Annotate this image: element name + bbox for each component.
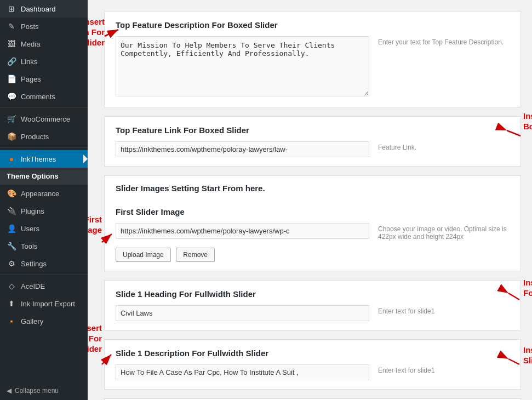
sidebar-item-gallery[interactable]: ▪ Gallery [0, 312, 88, 330]
upload-image-button[interactable]: Upload Image [116, 248, 171, 262]
svg-line-1 [105, 30, 118, 36]
section4-hint: Enter text for slide1 [378, 305, 510, 315]
sidebar-item-pages[interactable]: 📄 Pages [0, 70, 88, 88]
callout-insert-link-slider: Insert Link ForSlider [523, 345, 532, 366]
sidebar-item-appearance[interactable]: 🎨 Appearance [0, 185, 88, 202]
section3-left: Upload Image Remove [116, 223, 369, 262]
section3-buttons: Upload Image Remove [116, 248, 369, 262]
inkthemes-icon: ● [7, 155, 16, 163]
callout-insert-heading: Insert HeadingFor Slider [523, 278, 532, 299]
top-feature-desc-textarea[interactable]: Our Mission To Help Members To Serve The… [116, 36, 369, 96]
pages-icon: 📄 [7, 75, 16, 83]
section3-row: Upload Image Remove Choose your image or… [116, 223, 510, 262]
sidebar-item-tools[interactable]: 🔧 Tools [0, 237, 88, 255]
top-feature-link-input[interactable] [116, 141, 369, 157]
sidebar-item-users[interactable]: 👤 Users [0, 220, 88, 237]
section5-hint: Enter text for slide1 [378, 364, 510, 374]
arrow-insert-heading [515, 283, 532, 311]
section5-title: Slide 1 Description For Fullwidth Slider [116, 348, 510, 358]
sidebar: ⊞ Dashboard ✎ Posts 🖼 Media 🔗 Links 📄 Pa… [0, 0, 88, 400]
comments-icon: 💬 [7, 92, 16, 101]
section4-title: Slide 1 Heading For Fullwidth Slider [116, 289, 510, 299]
arrow-insert-link-slider [515, 351, 532, 378]
section2-hint: Feature Link. [378, 141, 510, 151]
sidebar-item-ink-import-export[interactable]: ⬆ Ink Import Export [0, 295, 88, 312]
arrow-upload-first-slider [88, 215, 110, 253]
settings-icon: ⚙ [7, 259, 16, 268]
section-slide1-heading: Slide 1 Heading For Fullwidth Slider Ent… [104, 280, 521, 330]
ink-import-export-icon: ⬆ [7, 299, 16, 308]
collapse-icon: ◀ [7, 387, 12, 395]
posts-icon: ✎ [7, 22, 16, 31]
appearance-icon: 🎨 [7, 189, 16, 198]
sidebar-item-inkthemes[interactable]: ● InkThemes [0, 150, 88, 168]
section2-left [116, 141, 369, 157]
woocommerce-icon: 🛒 [7, 115, 16, 123]
theme-options-label: Theme Options [0, 168, 88, 185]
links-icon: 🔗 [7, 57, 16, 66]
section3-hint: Choose your image or video. Optimal size… [378, 223, 510, 241]
callout-upload-first-slider: Upload FirstSlider Image [88, 215, 102, 236]
sidebar-item-settings[interactable]: ⚙ Settings [0, 255, 88, 272]
slide1-description-input[interactable] [116, 364, 369, 380]
sidebar-divider3 [0, 275, 88, 275]
sidebar-item-products[interactable]: 📦 Products [0, 128, 88, 145]
main-content: Top Feature Description For Boxed Slider… [88, 0, 532, 400]
section-top-feature-link: Top Feature Link For Boxed Slider Featur… [104, 116, 521, 167]
sidebar-item-dashboard[interactable]: ⊞ Dashboard [0, 0, 88, 18]
arrow-insert-description-slider [88, 337, 110, 375]
sidebar-divider1 [0, 107, 88, 108]
section1-title: Top Feature Description For Boxed Slider [116, 20, 510, 30]
section5-left [116, 364, 369, 380]
svg-line-9 [102, 355, 111, 364]
plugins-icon: 🔌 [7, 207, 16, 215]
sidebar-item-links[interactable]: 🔗 Links [0, 53, 88, 70]
arrow-insert-description [88, 14, 116, 58]
tools-icon: 🔧 [7, 242, 16, 250]
section-slide1-description: Slide 1 Description For Fullwidth Slider… [104, 339, 521, 390]
svg-line-11 [508, 359, 519, 364]
gallery-icon: ▪ [7, 317, 16, 325]
first-slider-image-input[interactable] [116, 223, 369, 239]
slide1-heading-input[interactable] [116, 305, 369, 321]
section1-left: Our Mission To Help Members To Serve The… [116, 36, 369, 98]
svg-line-7 [508, 293, 519, 300]
sidebar-item-comments[interactable]: 💬 Comments [0, 88, 88, 105]
arrow-insert-link [515, 119, 532, 147]
media-icon: 🖼 [7, 39, 16, 48]
section2-row: Feature Link. [116, 141, 510, 157]
sidebar-item-woocommerce[interactable]: 🛒 WooCommerce [0, 110, 88, 128]
sidebar-item-plugins[interactable]: 🔌 Plugins [0, 202, 88, 220]
content-wrapper: Top Feature Description For Boxed Slider… [104, 11, 521, 400]
aceide-icon: ◇ [7, 282, 16, 290]
products-icon: 📦 [7, 132, 16, 141]
collapse-menu-button[interactable]: ◀ Collapse menu [0, 381, 88, 400]
sidebar-item-posts[interactable]: ✎ Posts [0, 18, 88, 35]
section-first-slider-image: First Slider Image Upload Image Remove C… [104, 198, 521, 271]
section3-title: First Slider Image [116, 207, 510, 216]
slider-images-heading: Slider Images Setting Start From here. [104, 175, 521, 198]
svg-line-5 [102, 234, 112, 242]
sidebar-divider2 [0, 147, 88, 148]
sidebar-item-aceide[interactable]: ◇ AceIDE [0, 277, 88, 295]
users-icon: 👤 [7, 224, 16, 233]
section2-title: Top Feature Link For Boxed Slider [116, 125, 510, 135]
section5-row: Enter text for slide1 [116, 364, 510, 380]
section1-hint: Enter your text for Top Feature Descript… [378, 36, 510, 46]
section4-left [116, 305, 369, 321]
section4-row: Enter text for slide1 [116, 305, 510, 321]
section1-row: Our Mission To Help Members To Serve The… [116, 36, 510, 98]
callout-insert-link: Insert Link forBoxed Slider [523, 111, 532, 132]
callout-insert-description-slider: InsertDescription ForSlider [88, 323, 102, 354]
sidebar-item-media[interactable]: 🖼 Media [0, 35, 88, 53]
callout-insert-description: InsertDiscription ForBoxed Slider [88, 17, 105, 48]
remove-button[interactable]: Remove [176, 248, 215, 262]
dashboard-icon: ⊞ [7, 4, 16, 13]
section-top-feature-desc: Top Feature Description For Boxed Slider… [104, 11, 521, 107]
